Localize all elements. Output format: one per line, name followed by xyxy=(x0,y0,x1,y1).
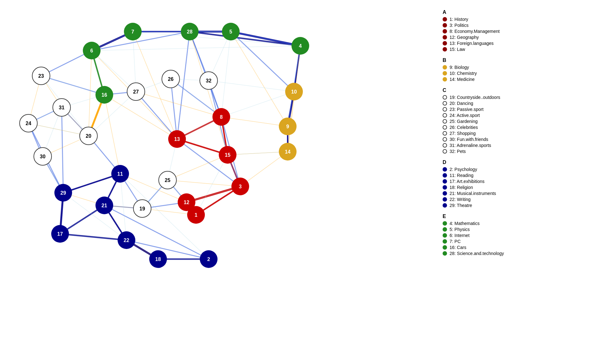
legend-item: 3: Politics xyxy=(443,23,601,28)
node-label: 1 xyxy=(195,212,198,218)
legend-item-label: 25: Gardening xyxy=(450,119,478,124)
legend-item-label: 9: Biology xyxy=(450,65,469,70)
graph-node-18[interactable]: 18 xyxy=(149,250,167,268)
legend-item-label: 32: Pets xyxy=(450,149,466,154)
graph-edge xyxy=(41,76,104,95)
legend-item: 31: Adrenaline.sports xyxy=(443,143,601,148)
legend-item: 12: Geography xyxy=(443,35,601,40)
graph-edge xyxy=(228,152,288,155)
node-label: 2 xyxy=(207,257,210,262)
graph-node-31[interactable]: 31 xyxy=(53,99,71,116)
node-label: 14 xyxy=(285,149,291,155)
legend-dot xyxy=(443,203,447,208)
legend-item-label: 30: Fun.with.friends xyxy=(450,137,488,142)
legend-item: 15: Law xyxy=(443,47,601,52)
legend-section-e: E4: Mathematics5: Physics6: Internet7: P… xyxy=(443,214,601,256)
graph-node-12[interactable]: 12 xyxy=(178,193,195,211)
legend-dot xyxy=(443,239,447,244)
graph-node-7[interactable]: 7 xyxy=(124,23,142,40)
legend-dot xyxy=(443,191,447,196)
graph-node-17[interactable]: 17 xyxy=(51,225,69,243)
legend-item-label: 2: Psychology xyxy=(450,167,477,172)
graph-node-28[interactable]: 28 xyxy=(181,23,199,40)
legend-item-label: 13: Foreign.languages xyxy=(450,41,494,46)
graph-node-15[interactable]: 15 xyxy=(219,146,236,164)
legend-item-label: 21: Musical.instruments xyxy=(450,191,496,196)
graph-edge xyxy=(120,174,187,202)
legend-dot xyxy=(443,245,447,250)
legend-dot xyxy=(443,71,447,76)
legend-dot xyxy=(443,95,447,100)
legend-item-label: 5: Physics xyxy=(450,227,470,232)
node-label: 8 xyxy=(220,114,223,120)
node-label: 12 xyxy=(184,200,189,205)
legend-item-label: 23: Passive.sport xyxy=(450,107,483,112)
legend-item-label: 16: Cars xyxy=(450,245,466,250)
graph-node-30[interactable]: 30 xyxy=(34,148,52,165)
graph-node-20[interactable]: 20 xyxy=(80,127,97,145)
legend-item: 27: Shopping xyxy=(443,131,601,136)
node-label: 19 xyxy=(139,206,145,211)
legend-section-d: D2: Psychology11: Reading17: Art.exhibit… xyxy=(443,160,601,208)
graph-node-29[interactable]: 29 xyxy=(54,184,72,202)
graph-node-22[interactable]: 22 xyxy=(118,231,135,249)
legend-dot xyxy=(443,101,447,106)
legend-item: 9: Biology xyxy=(443,65,601,70)
legend-section-c: C19: Countryside..outdoors20: Dancing23:… xyxy=(443,88,601,154)
graph-node-23[interactable]: 23 xyxy=(32,67,50,85)
graph-node-2[interactable]: 2 xyxy=(200,250,218,268)
graph-edge xyxy=(221,92,294,117)
legend-dot xyxy=(443,41,447,46)
graph-node-4[interactable]: 4 xyxy=(291,37,309,55)
legend-item-label: 6: Internet xyxy=(450,233,469,238)
graph-edge xyxy=(168,155,228,180)
legend-dot xyxy=(443,125,447,130)
legend-item-label: 11: Reading xyxy=(450,173,474,178)
graph-edge xyxy=(190,32,228,155)
node-label: 20 xyxy=(86,133,91,139)
legend-dot xyxy=(443,77,447,82)
legend-item: 2: Psychology xyxy=(443,167,601,172)
graph-node-14[interactable]: 14 xyxy=(279,143,297,161)
node-label: 32 xyxy=(206,78,212,83)
legend-dot xyxy=(443,17,447,21)
graph-node-21[interactable]: 21 xyxy=(95,197,113,214)
graph-node-6[interactable]: 6 xyxy=(83,42,101,59)
legend-item: 4: Mathematics xyxy=(443,221,601,226)
legend-item: 23: Passive.sport xyxy=(443,107,601,112)
node-label: 16 xyxy=(101,92,107,98)
node-label: 21 xyxy=(101,203,107,208)
graph-node-27[interactable]: 27 xyxy=(127,83,145,100)
legend-item: 25: Gardening xyxy=(443,119,601,124)
graph-node-24[interactable]: 24 xyxy=(20,114,37,132)
legend-item: 18: Religion xyxy=(443,185,601,190)
graph-node-3[interactable]: 3 xyxy=(231,178,249,195)
legend-item: 5: Physics xyxy=(443,227,601,232)
graph-edge xyxy=(28,123,89,136)
legend-item-label: 15: Law xyxy=(450,47,465,52)
legend-dot xyxy=(443,221,447,226)
graph-node-5[interactable]: 5 xyxy=(222,23,240,40)
graph-node-11[interactable]: 11 xyxy=(111,165,129,183)
legend-item-label: 22: Writing xyxy=(450,197,471,202)
legend-item-label: 26: Celebrities xyxy=(450,125,478,130)
graph-node-16[interactable]: 16 xyxy=(95,86,113,104)
legend-section-title: B xyxy=(443,58,601,63)
legend-item: 7: PC xyxy=(443,239,601,244)
legend-dot xyxy=(443,251,447,256)
graph-node-13[interactable]: 13 xyxy=(168,130,186,148)
legend-item: 1: History xyxy=(443,17,601,22)
graph-node-8[interactable]: 8 xyxy=(212,108,230,126)
graph-node-32[interactable]: 32 xyxy=(200,72,218,89)
node-label: 5 xyxy=(230,29,232,34)
graph-node-19[interactable]: 19 xyxy=(133,200,151,217)
graph-node-10[interactable]: 10 xyxy=(285,83,303,100)
network-graph: 1234567891011121314151617181920212223242… xyxy=(0,0,436,364)
graph-node-26[interactable]: 26 xyxy=(162,70,180,88)
legend-item: 11: Reading xyxy=(443,173,601,178)
graph-edge xyxy=(231,32,288,126)
graph-node-25[interactable]: 25 xyxy=(159,171,176,189)
legend-item-label: 4: Mathematics xyxy=(450,221,480,226)
graph-node-9[interactable]: 9 xyxy=(279,118,297,135)
legend-dot xyxy=(443,179,447,184)
